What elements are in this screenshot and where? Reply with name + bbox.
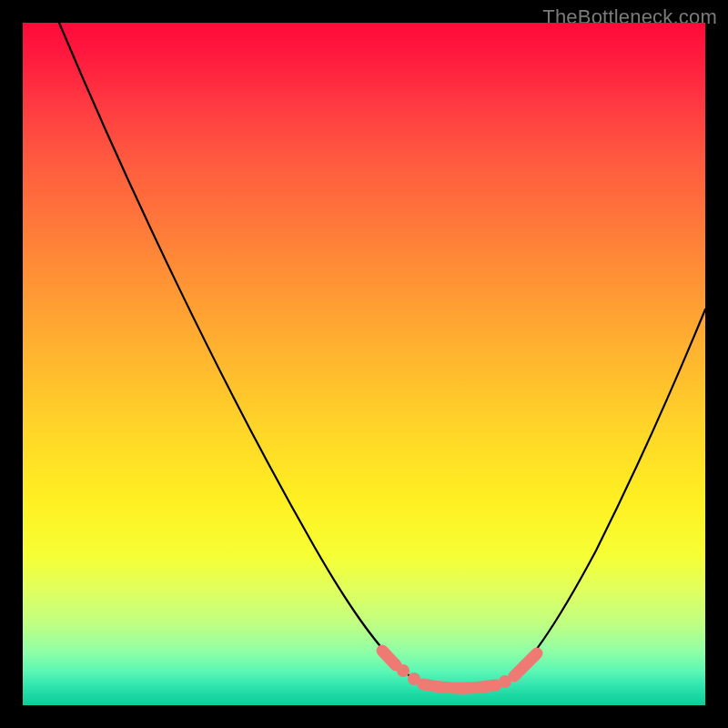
highlight-dot-2 <box>408 672 420 685</box>
highlight-seg-right <box>514 653 537 676</box>
highlight-seg-floor <box>423 684 496 688</box>
highlight-dot-3 <box>499 675 511 688</box>
chart-frame: TheBottleneck.com <box>0 0 728 728</box>
highlight-dot-1 <box>397 664 410 677</box>
highlight-seg-left <box>382 651 396 665</box>
bottleneck-curve <box>59 23 705 690</box>
chart-svg <box>23 23 705 705</box>
plot-area <box>23 23 705 705</box>
